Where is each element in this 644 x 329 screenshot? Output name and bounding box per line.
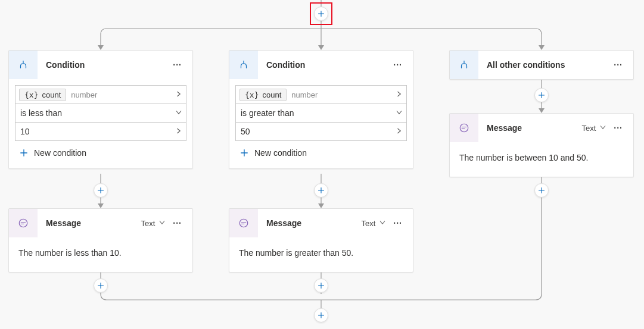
value-text: 10 [19, 127, 30, 136]
message-type: Text [141, 219, 155, 228]
operator-field[interactable]: is greater than [235, 104, 407, 123]
message-icon [9, 209, 38, 237]
add-step-button[interactable] [314, 308, 328, 322]
more-button[interactable]: ··· [390, 216, 406, 230]
svg-point-24 [19, 219, 27, 227]
add-step-button[interactable] [314, 183, 328, 198]
svg-marker-5 [318, 45, 324, 50]
variable-chip: {x} count [19, 89, 66, 101]
message-type: Text [361, 219, 375, 228]
svg-marker-3 [98, 45, 104, 50]
message-icon [229, 209, 258, 237]
card-title: Message [478, 123, 581, 133]
more-button[interactable]: ··· [169, 216, 185, 230]
add-step-button[interactable] [94, 278, 108, 293]
message-type: Text [581, 124, 596, 133]
message-body[interactable]: The number is between 10 and 50. [450, 142, 633, 177]
value-field[interactable]: 50 [235, 122, 407, 141]
variable-icon: {x} [245, 90, 259, 99]
operator-label: is greater than [239, 108, 294, 118]
svg-marker-10 [539, 108, 545, 113]
branch-icon [229, 51, 258, 79]
new-condition-label: New condition [34, 148, 86, 158]
chevron-right-icon [175, 90, 182, 99]
condition-card-other: All other conditions ··· [449, 50, 634, 80]
more-button[interactable]: ··· [169, 58, 185, 72]
message-card-left: Message Text ··· The number is less than… [8, 208, 193, 272]
message-body[interactable]: The number is greater than 50. [229, 237, 413, 272]
svg-marker-13 [98, 203, 104, 208]
chevron-down-icon [396, 108, 403, 118]
card-title: Condition [258, 60, 390, 70]
new-condition-button[interactable]: New condition [15, 141, 186, 164]
message-body[interactable]: The number is less than 10. [9, 237, 192, 272]
condition-card-left: Condition ··· {x} count number is less t… [8, 50, 193, 169]
chevron-right-icon [175, 127, 182, 136]
chevron-down-icon[interactable] [158, 218, 166, 228]
card-title: Condition [38, 60, 169, 70]
variable-field[interactable]: {x} count number [15, 85, 186, 104]
add-step-button[interactable] [534, 88, 549, 102]
chevron-down-icon[interactable] [599, 123, 606, 133]
variable-name: count [262, 90, 281, 99]
variable-field[interactable]: {x} count number [235, 85, 407, 104]
message-icon [450, 114, 478, 142]
chevron-down-icon [175, 108, 182, 118]
add-branch-button[interactable] [314, 7, 328, 21]
add-step-button[interactable] [534, 183, 549, 198]
card-title: All other conditions [478, 60, 610, 70]
add-step-button[interactable] [314, 278, 328, 293]
value-field[interactable]: 10 [15, 122, 186, 141]
card-title: Message [38, 218, 141, 228]
variable-icon: {x} [24, 90, 38, 99]
svg-point-25 [239, 219, 248, 227]
svg-marker-7 [539, 45, 545, 50]
value-text: 50 [239, 127, 250, 136]
chevron-down-icon[interactable] [379, 218, 386, 228]
more-button[interactable]: ··· [610, 58, 626, 72]
chevron-right-icon [396, 90, 403, 99]
branch-icon [450, 51, 478, 79]
chevron-right-icon [396, 127, 403, 136]
branch-icon [9, 51, 38, 79]
variable-chip: {x} count [239, 89, 287, 101]
new-condition-button[interactable]: New condition [235, 141, 407, 164]
message-card-mid: Message Text ··· The number is greater t… [229, 208, 413, 272]
variable-type: number [71, 90, 97, 99]
operator-label: is less than [19, 108, 62, 118]
new-condition-label: New condition [254, 148, 307, 158]
card-title: Message [258, 218, 361, 228]
variable-name: count [42, 90, 61, 99]
add-step-button[interactable] [94, 183, 108, 198]
svg-point-26 [460, 124, 468, 132]
svg-marker-16 [318, 203, 324, 208]
more-button[interactable]: ··· [610, 121, 626, 135]
more-button[interactable]: ··· [390, 58, 406, 72]
variable-type: number [291, 90, 318, 99]
condition-card-mid: Condition ··· {x} count number is greate… [229, 50, 413, 169]
message-card-right: Message Text ··· The number is between 1… [449, 113, 634, 177]
operator-field[interactable]: is less than [15, 104, 186, 123]
